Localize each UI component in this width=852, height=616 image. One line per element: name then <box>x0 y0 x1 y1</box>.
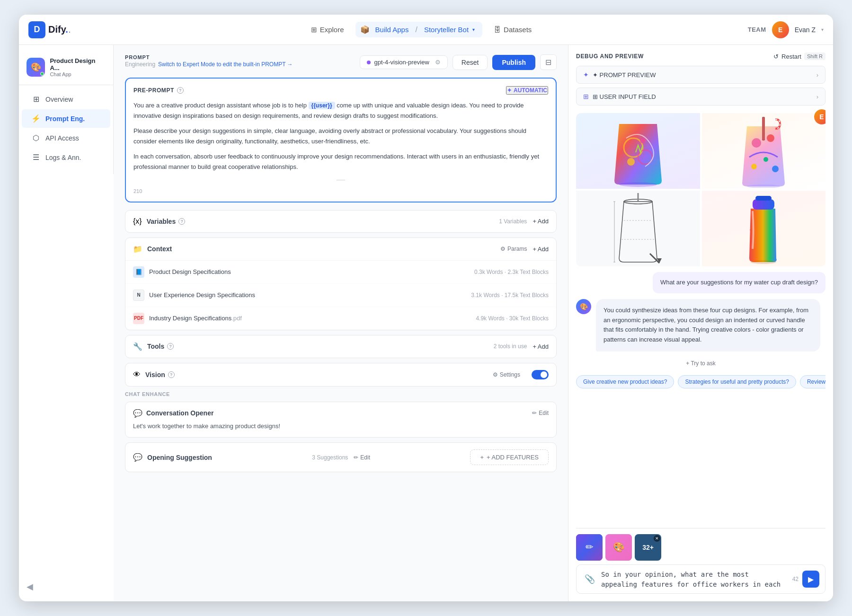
variables-add-btn[interactable]: + Add <box>532 218 549 225</box>
close-img-btn[interactable]: ✕ <box>654 535 660 542</box>
variables-section: {x} Variables ? 1 Variables + Add <box>125 210 557 233</box>
dify-logo-icon: D <box>28 21 45 38</box>
input-container: 📎 So in your opinion, what are the most … <box>576 564 825 594</box>
header-actions: gpt-4-vision-preview ⚙ Reset Publish ⊟ <box>360 54 557 70</box>
attached-img-3: 32+ ✕ <box>635 534 661 561</box>
app-online-dot <box>40 72 44 76</box>
svg-point-7 <box>751 164 757 169</box>
bot-message-row: 🎨 You could synthesize ideas from these … <box>576 299 825 352</box>
logo-text: Dify.. <box>48 24 71 35</box>
app-icon: 🎨 <box>27 58 45 77</box>
chat-input[interactable]: So in your opinion, what are the most ap… <box>601 570 789 589</box>
sidebar-toggle-btn[interactable]: ⊟ <box>540 54 557 70</box>
chevron-down-icon: ▾ <box>821 27 824 32</box>
send-icon: ▶ <box>808 575 814 584</box>
pre-prompt-box: PRE-PROMPT ? ✦ AUTOMATIC You are a creat… <box>125 78 557 202</box>
wand-icon: ✦ <box>507 87 512 94</box>
opener-text: Let's work together to make amazing prod… <box>133 422 549 431</box>
opener-edit-btn[interactable]: ✏ Edit <box>532 410 549 416</box>
context-section: 📁 Context ⚙ Params + Add 📘 Product Desig… <box>125 238 557 330</box>
context-item-1: 📘 Product Design Specifications 0.3k Wor… <box>125 261 556 284</box>
chip-1[interactable]: Give creative new product ideas? <box>576 375 674 388</box>
cup-svg-1 <box>607 114 669 188</box>
cube-icon: 📦 <box>360 25 370 34</box>
model-selector[interactable]: gpt-4-vision-preview ⚙ <box>360 55 448 69</box>
vision-settings-btn[interactable]: ⚙ Settings <box>493 371 520 378</box>
expert-mode-link[interactable]: Switch to Expert Mode to edit the built-… <box>158 61 293 68</box>
template-var: {{user}} <box>309 102 335 109</box>
sidebar-wrapper: 🎨 Product Design A... Chat App ⊞ Overvie… <box>19 45 114 601</box>
cup-image-3 <box>576 191 700 266</box>
build-apps-nav-btn[interactable]: Build Apps <box>373 24 412 35</box>
svg-point-24 <box>751 260 776 264</box>
datasets-nav-btn[interactable]: 🗄 Datasets <box>486 22 539 37</box>
sidebar-item-logs[interactable]: ☰ Logs & Ann. <box>22 148 110 167</box>
tools-add-btn[interactable]: + Add <box>532 343 549 350</box>
image-grid <box>576 113 825 266</box>
reset-button[interactable]: Reset <box>453 55 488 70</box>
suggestion-chips: Give creative new product ideas? Strateg… <box>576 375 825 390</box>
opener-header: 💬 Conversation Opener ✏ Edit <box>133 409 549 418</box>
sidebar-item-overview[interactable]: ⊞ Overview <box>22 90 110 108</box>
storyteller-bot-nav-btn[interactable]: Storyteller Bot ▾ <box>421 24 478 35</box>
overview-icon: ⊞ <box>31 95 41 104</box>
sidebar-item-api-access[interactable]: ⬡ API Access <box>22 129 110 147</box>
model-name: gpt-4-vision-preview <box>374 59 429 66</box>
restart-btn[interactable]: ↺ Restart Shift R <box>773 53 825 60</box>
user-name: Evan Z <box>795 26 816 34</box>
publish-button[interactable]: Publish <box>492 55 535 70</box>
user-input-row[interactable]: ⊞ ⊞ USER INPUT FIELD › <box>576 88 825 106</box>
user-question: What are your suggestions for my water c… <box>653 272 825 293</box>
build-apps-nav-group: 📦 Build Apps / Storyteller Bot ▾ <box>355 22 483 37</box>
automatic-btn[interactable]: ✦ AUTOMATIC <box>506 86 548 95</box>
opener-icon: 💬 <box>133 409 142 418</box>
context-icon: 📁 <box>133 245 142 254</box>
cup-svg-2 <box>733 114 794 188</box>
input-char-count: 42 <box>792 576 799 582</box>
explore-nav-btn[interactable]: ⊞ Explore <box>303 22 352 38</box>
attached-img-1: ✏ <box>576 534 603 561</box>
app-body: 🎨 Product Design A... Chat App ⊞ Overvie… <box>19 45 833 601</box>
top-navigation: D Dify.. ⊞ Explore 📦 Build Apps / Storyt… <box>19 15 833 45</box>
chip-3[interactable]: Review sketch and <box>800 375 825 388</box>
sidebar-collapse-btn[interactable]: ◀ <box>27 581 33 592</box>
tools-title: Tools ? <box>147 343 174 350</box>
params-btn[interactable]: ⚙ Params <box>500 246 527 252</box>
try-ask-row[interactable]: + Try to ask <box>576 357 825 370</box>
pre-prompt-para3: In each conversation, absorb user feedba… <box>133 151 548 172</box>
vision-title: Vision ? <box>145 371 175 378</box>
suggestion-edit-btn[interactable]: ✏ Edit <box>354 454 370 461</box>
prompt-preview-row[interactable]: ✦ ✦ PROMPT PREVIEW › <box>576 66 825 84</box>
chat-area: E What are your suggestions for my water… <box>576 109 825 528</box>
svg-point-3 <box>640 138 646 143</box>
pre-prompt-para2: Please describe your design suggestions … <box>133 126 548 147</box>
attach-btn[interactable]: 📎 <box>582 572 597 587</box>
pre-prompt-text[interactable]: You are a creative product design assist… <box>133 100 548 173</box>
sliders-icon: ⚙ <box>500 246 506 252</box>
logs-icon: ☰ <box>31 153 41 162</box>
add-features-btn[interactable]: + + ADD FEATURES <box>470 449 549 465</box>
svg-rect-21 <box>753 199 774 210</box>
context-add-btn[interactable]: + Add <box>532 246 549 253</box>
vision-toggle[interactable] <box>532 370 549 379</box>
svg-point-9 <box>772 166 779 172</box>
cup-svg-3 <box>607 192 669 265</box>
context-item-name-3: Industry Design Specifications.pdf <box>149 315 476 322</box>
variables-help-icon: ? <box>178 218 185 225</box>
bot-avatar: 🎨 <box>576 299 591 314</box>
context-file-icon-3: PDF <box>133 313 144 324</box>
user-avatar[interactable]: E <box>772 21 789 38</box>
api-icon: ⬡ <box>31 133 41 142</box>
prompt-label: PROMPT <box>125 54 293 60</box>
chat-enhance-label: CHAT ENHANCE <box>125 391 557 397</box>
send-btn[interactable]: ▶ <box>802 571 819 588</box>
context-item-meta-3: 4.9k Words · 30k Text Blocks <box>476 315 549 322</box>
database-icon: 🗄 <box>494 26 501 34</box>
sidebar-item-prompt-eng[interactable]: ⚡ Prompt Eng. <box>22 109 110 128</box>
chip-2[interactable]: Strategies for useful and pretty product… <box>678 375 796 388</box>
context-item-meta-2: 3.1k Words · 17.5k Text Blocks <box>471 292 549 299</box>
restart-icon: ↺ <box>773 53 779 60</box>
opener-title: Conversation Opener <box>146 409 532 417</box>
prompt-label-group: PROMPT Engineering Switch to Expert Mode… <box>125 54 293 68</box>
suggestion-icon: 💬 <box>133 453 142 462</box>
